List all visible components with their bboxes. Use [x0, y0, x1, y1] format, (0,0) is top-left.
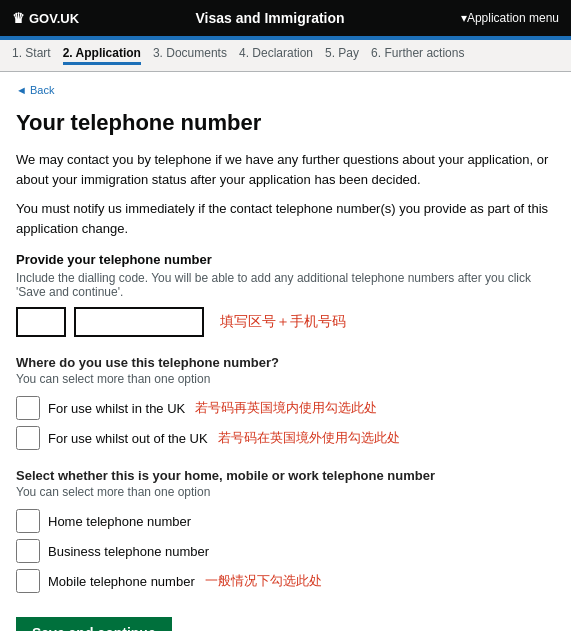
checkbox-row-uk: For use whilst in the UK 若号码再英国境内使用勾选此处	[16, 396, 555, 420]
uk-use-label[interactable]: For use whilst in the UK	[48, 401, 185, 416]
mobile-phone-label[interactable]: Mobile telephone number	[48, 574, 195, 589]
save-continue-button[interactable]: Save and continue	[16, 617, 172, 631]
step-2-active[interactable]: 2. Application	[63, 46, 141, 65]
mobile-annotation: 一般情况下勾选此处	[205, 572, 322, 590]
phone-type-hint: You can select more than one option	[16, 485, 555, 499]
info-paragraph-1: We may contact you by telephone if we ha…	[16, 150, 555, 189]
where-title: Where do you use this telephone number?	[16, 355, 555, 370]
page-title: Your telephone number	[16, 110, 555, 136]
steps-navigation: 1. Start 2. Application 3. Documents 4. …	[0, 40, 571, 72]
step-4[interactable]: 4. Declaration	[239, 46, 313, 65]
gov-logo: ♛ GOV.UK	[12, 10, 79, 26]
outside-uk-annotation: 若号码在英国境外使用勾选此处	[218, 429, 400, 447]
business-phone-label[interactable]: Business telephone number	[48, 544, 209, 559]
step-3[interactable]: 3. Documents	[153, 46, 227, 65]
step-5[interactable]: 5. Pay	[325, 46, 359, 65]
step-1[interactable]: 1. Start	[12, 46, 51, 65]
back-link[interactable]: ◄ Back	[16, 84, 555, 96]
mobile-phone-checkbox[interactable]	[16, 569, 40, 593]
checkbox-row-business: Business telephone number	[16, 539, 555, 563]
uk-use-annotation: 若号码再英国境内使用勾选此处	[195, 399, 377, 417]
checkbox-row-home: Home telephone number	[16, 509, 555, 533]
step-6[interactable]: 6. Further actions	[371, 46, 464, 65]
info-paragraph-2: You must notify us immediately if the co…	[16, 199, 555, 238]
phone-number-input[interactable]	[74, 307, 204, 337]
application-menu-button[interactable]: ▾Application menu	[461, 11, 559, 25]
gov-name: GOV.UK	[29, 11, 79, 26]
dialling-code-input[interactable]	[16, 307, 66, 337]
phone-type-title: Select whether this is your home, mobile…	[16, 468, 555, 483]
uk-use-checkbox[interactable]	[16, 396, 40, 420]
phone-annotation: 填写区号＋手机号码	[220, 313, 346, 331]
site-header: ♛ GOV.UK Visas and Immigration ▾Applicat…	[0, 0, 571, 36]
provide-telephone-label: Provide your telephone number	[16, 252, 555, 267]
home-phone-checkbox[interactable]	[16, 509, 40, 533]
back-arrow-icon: ◄ Back	[16, 84, 54, 96]
home-phone-label[interactable]: Home telephone number	[48, 514, 191, 529]
outside-uk-label[interactable]: For use whilst out of the UK	[48, 431, 208, 446]
checkbox-row-outside-uk: For use whilst out of the UK 若号码在英国境外使用勾…	[16, 426, 555, 450]
business-phone-checkbox[interactable]	[16, 539, 40, 563]
provide-telephone-hint: Include the dialling code. You will be a…	[16, 271, 555, 299]
where-hint: You can select more than one option	[16, 372, 555, 386]
checkbox-row-mobile: Mobile telephone number 一般情况下勾选此处	[16, 569, 555, 593]
crown-icon: ♛	[12, 10, 25, 26]
site-title: Visas and Immigration	[195, 10, 344, 26]
phone-inputs-row: 填写区号＋手机号码	[16, 307, 555, 337]
outside-uk-checkbox[interactable]	[16, 426, 40, 450]
main-content: ◄ Back Your telephone number We may cont…	[0, 72, 571, 631]
